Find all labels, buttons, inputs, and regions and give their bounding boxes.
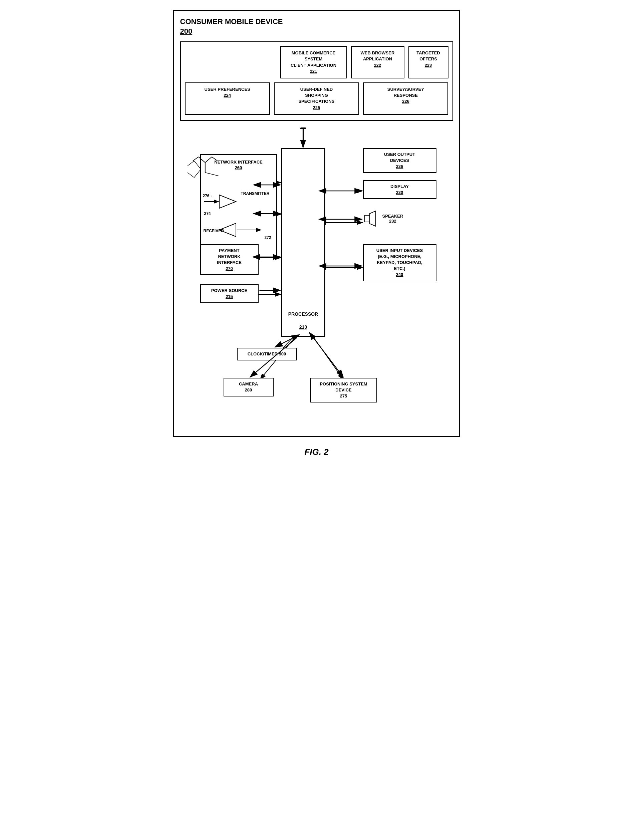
svg-marker-32 xyxy=(370,211,376,226)
diagram-area: NETWORK INTERFACE 260 276 ← TRANSMITTER … xyxy=(180,128,453,428)
speaker-icon xyxy=(363,210,380,227)
network-interface-box: NETWORK INTERFACE 260 276 ← TRANSMITTER … xyxy=(200,154,277,257)
top-row: MOBILE COMMERCE SYSTEM CLIENT APPLICATIO… xyxy=(185,46,448,79)
fig-caption: FIG. 2 xyxy=(304,447,328,457)
svg-marker-25 xyxy=(219,195,236,208)
svg-line-14 xyxy=(313,337,343,379)
positioning-box: POSITIONING SYSTEM DEVICE 275 xyxy=(310,378,377,403)
svg-line-49 xyxy=(193,157,198,161)
user-output-box: USER OUTPUT DEVICES 236 xyxy=(363,148,436,173)
targeted-offers-box: TARGETED OFFERS 223 xyxy=(409,46,448,79)
display-box: DISPLAY 230 xyxy=(363,180,436,199)
shopping-specs-box: USER-DEFINED SHOPPING SPECIFICATIONS 225 xyxy=(274,82,359,115)
speaker-area: SPEAKER 232 xyxy=(363,210,436,227)
user-preferences-box: USER PREFERENCES 224 xyxy=(185,82,270,115)
power-source-box: POWER SOURCE 215 xyxy=(200,284,259,303)
user-input-box: USER INPUT DEVICES (E.G., MICROPHONE, KE… xyxy=(363,244,436,281)
svg-line-18 xyxy=(187,161,194,166)
processor-box: PROCESSOR 210 xyxy=(281,148,325,337)
svg-line-17 xyxy=(194,169,200,178)
mobile-commerce-box: MOBILE COMMERCE SYSTEM CLIENT APPLICATIO… xyxy=(280,46,347,79)
svg-rect-31 xyxy=(365,215,370,222)
svg-marker-27 xyxy=(219,223,236,237)
outer-box: CONSUMER MOBILE DEVICE 200 MOBILE COMMER… xyxy=(173,10,460,437)
survey-box: SURVEY/SURVEY RESPONSE 226 xyxy=(363,82,448,115)
network-interface-title: NETWORK INTERFACE 260 xyxy=(204,158,274,172)
svg-line-43 xyxy=(275,338,293,347)
outer-title: CONSUMER MOBILE DEVICE 200 xyxy=(180,17,453,36)
web-browser-box: WEB BROWSER APPLICATION 222 xyxy=(351,46,404,79)
svg-line-16 xyxy=(194,161,200,169)
bottom-row: USER PREFERENCES 224 USER-DEFINED SHOPPI… xyxy=(185,82,448,115)
camera-box: CAMERA 280 xyxy=(224,378,274,396)
svg-line-45 xyxy=(313,338,343,377)
svg-line-19 xyxy=(187,172,194,178)
payment-network-box: PAYMENT NETWORK INTERFACE 270 xyxy=(200,244,259,275)
clock-timer-box: CLOCK/TIMER 500 xyxy=(237,348,297,360)
page-container: CONSUMER MOBILE DEVICE 200 MOBILE COMMER… xyxy=(173,10,460,457)
memory-section: MOBILE COMMERCE SYSTEM CLIENT APPLICATIO… xyxy=(180,41,453,121)
